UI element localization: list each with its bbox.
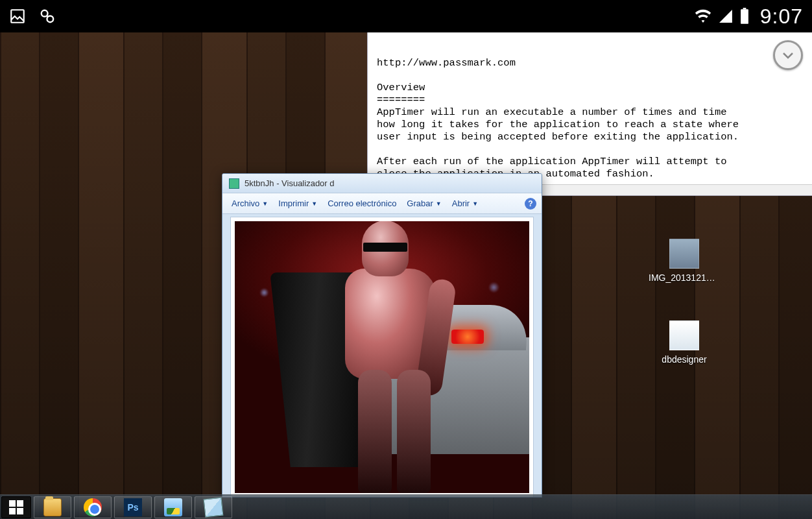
wifi-icon	[694, 9, 712, 23]
chevron-down-icon: ▼	[472, 200, 478, 207]
notepad-window[interactable]: http://www.passmark.com Overview =======…	[367, 32, 812, 196]
android-status-bar: 9:07	[0, 0, 812, 32]
battery-icon	[739, 8, 750, 25]
start-button[interactable]	[1, 496, 31, 518]
windows-taskbar[interactable]: Ps	[0, 494, 812, 519]
taskbar-notepad[interactable]	[195, 496, 232, 518]
notepad-text[interactable]: http://www.passmark.com Overview =======…	[377, 57, 804, 180]
photoshop-icon: Ps	[124, 498, 142, 516]
taskbar-chrome[interactable]	[74, 496, 112, 518]
menu-archivo[interactable]: Archivo▼	[228, 197, 272, 210]
chrome-icon	[84, 498, 102, 516]
taskbar-photoshop[interactable]: Ps	[114, 496, 152, 518]
svg-rect-0	[11, 10, 24, 23]
collapse-circle-button[interactable]	[773, 40, 803, 70]
clock-text: 9:07	[760, 5, 803, 29]
menu-grabar[interactable]: Grabar▼	[403, 197, 445, 210]
chevron-down-icon	[780, 47, 796, 63]
help-button[interactable]: ?	[525, 198, 536, 210]
notepad-icon	[204, 497, 224, 517]
menu-correo[interactable]: Correo electrónico	[324, 197, 400, 210]
app-thumbnail-icon	[669, 320, 699, 350]
desktop-icon-label: IMG_20131216_...	[649, 272, 720, 283]
menu-imprimir[interactable]: Imprimir▼	[274, 197, 321, 210]
cell-signal-icon	[719, 9, 733, 23]
photo-content	[235, 221, 529, 493]
windows-logo-icon	[9, 500, 23, 514]
menu-abrir[interactable]: Abrir▼	[448, 197, 482, 210]
window-icon	[229, 178, 239, 189]
gallery-icon	[9, 8, 26, 25]
photo-icon	[164, 498, 182, 516]
viewer-titlebar[interactable]: 5ktbnJh - Visualizador d	[222, 174, 542, 193]
chevron-down-icon: ▼	[436, 200, 442, 207]
desktop-icon-label: dbdesigner	[649, 354, 720, 365]
folder-icon	[43, 498, 62, 516]
desktop-icon-img[interactable]: IMG_20131216_...	[649, 239, 720, 283]
chevron-down-icon: ▼	[262, 200, 268, 207]
sync-icon	[39, 8, 56, 25]
chevron-down-icon: ▼	[311, 200, 317, 207]
svg-rect-4	[743, 8, 746, 9]
taskbar-photoviewer[interactable]	[154, 496, 192, 518]
taskbar-explorer[interactable]	[34, 496, 71, 518]
image-thumbnail-icon	[669, 239, 699, 269]
desktop-icon-dbdesigner[interactable]: dbdesigner	[649, 320, 720, 365]
viewer-toolbar: Archivo▼ Imprimir▼ Correo electrónico Gr…	[222, 193, 542, 214]
photo-viewer-window[interactable]: 5ktbnJh - Visualizador d Archivo▼ Imprim…	[222, 173, 542, 498]
viewer-title: 5ktbnJh - Visualizador d	[245, 178, 335, 188]
viewer-canvas	[230, 217, 534, 497]
svg-rect-3	[741, 9, 748, 23]
